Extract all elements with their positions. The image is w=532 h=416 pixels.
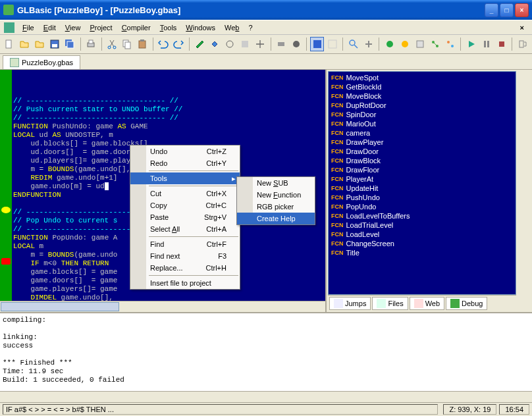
tool2-icon[interactable]: [208, 37, 222, 51]
ctx-tools[interactable]: Tools▸: [130, 172, 240, 184]
function-list[interactable]: FCNMoveSpotFCNGetBlockIdFCNMoveBlockFCND…: [328, 71, 516, 295]
cut-icon[interactable]: [105, 37, 119, 51]
function-item[interactable]: FCNDrawDoor: [330, 147, 514, 156]
tool7-icon[interactable]: [290, 37, 304, 51]
function-item[interactable]: FCNPopUndo: [330, 202, 514, 211]
function-item[interactable]: FCNDrawPlayer: [330, 138, 514, 147]
tab-label: PuzzleBoy.gbas: [22, 59, 73, 66]
tool1-icon[interactable]: [193, 37, 207, 51]
function-item[interactable]: FCNDrawBlock: [330, 156, 514, 165]
ctx-redo[interactable]: RedoCtrl+Y: [130, 157, 240, 169]
open2-icon[interactable]: [33, 37, 47, 51]
ctx-cut[interactable]: CutCtrl+X: [130, 188, 240, 199]
ctx-undo[interactable]: UndoCtrl+Z: [130, 145, 240, 157]
function-item[interactable]: FCNcamera: [330, 128, 514, 138]
pref-icon[interactable]: [413, 37, 427, 51]
function-item[interactable]: FCNLoadLevelToBuffers: [330, 211, 514, 221]
new-icon[interactable]: [3, 37, 16, 51]
function-item[interactable]: FCNChangeScreen: [330, 239, 514, 248]
function-item[interactable]: FCNTitle: [330, 248, 514, 257]
svg-point-27: [447, 41, 450, 43]
function-item[interactable]: FCNPushUndo: [330, 193, 514, 202]
output-panel[interactable]: compiling: linking: success *** Finished…: [0, 312, 532, 391]
bookmark-icon[interactable]: [1, 207, 11, 213]
sub-newsub[interactable]: New SUB: [237, 177, 315, 189]
ctx-findnext[interactable]: Find nextF3: [130, 250, 240, 262]
tab-debug[interactable]: Debug: [446, 297, 487, 310]
adv-icon[interactable]: [443, 37, 457, 51]
sub-newfunction[interactable]: New Function: [237, 189, 315, 201]
function-item[interactable]: FCNLoadTrialLevel: [330, 221, 514, 230]
svg-line-26: [434, 43, 437, 45]
step-icon[interactable]: [516, 37, 529, 51]
function-item[interactable]: FCNMarioOut: [330, 119, 514, 128]
ctx-copy[interactable]: CopyCtrl+C: [130, 199, 240, 211]
tab-jumps[interactable]: Jumps: [329, 297, 371, 310]
menu-help[interactable]: ?: [244, 22, 256, 33]
output-scrollbar[interactable]: [0, 391, 532, 402]
sub-rgbpicker[interactable]: RGB picker: [237, 201, 315, 213]
function-item[interactable]: FCNSpinDoor: [330, 110, 514, 119]
function-item[interactable]: FCNLoadLevel: [330, 230, 514, 239]
svg-rect-23: [417, 41, 423, 47]
menu-view[interactable]: View: [61, 22, 85, 33]
paste-icon[interactable]: [136, 37, 149, 51]
tab-web[interactable]: Web: [410, 297, 444, 310]
color2-icon[interactable]: [398, 37, 412, 51]
ctx-insertfile[interactable]: Insert file to project: [130, 277, 240, 289]
save-icon[interactable]: [48, 37, 62, 51]
tool5-icon[interactable]: [253, 37, 267, 51]
menu-windows[interactable]: Windows: [182, 22, 219, 33]
stop-icon[interactable]: [494, 37, 508, 51]
copy-icon[interactable]: [120, 37, 134, 51]
tool6-icon[interactable]: [275, 37, 288, 51]
ctx-replace[interactable]: Replace...Ctrl+H: [130, 262, 240, 274]
link-icon[interactable]: [428, 37, 442, 51]
sub-createhelp[interactable]: Create Help: [237, 213, 315, 224]
svg-point-16: [293, 41, 300, 47]
menu-file[interactable]: File: [18, 22, 38, 33]
function-item[interactable]: FCNMoveSpot: [330, 73, 514, 82]
horizontal-scrollbar[interactable]: [0, 301, 325, 312]
breakpoint-icon[interactable]: [1, 258, 11, 265]
maximize-button[interactable]: □: [500, 3, 514, 17]
menu-project[interactable]: Project: [86, 22, 116, 33]
zoom-icon[interactable]: [346, 37, 360, 51]
color1-icon[interactable]: [383, 37, 396, 51]
menu-tools[interactable]: Tools: [156, 22, 181, 33]
ctx-paste[interactable]: PasteStrg+V: [130, 211, 240, 223]
status-hint: IF a#$ < > > = < = > b#$ THEN ...: [3, 404, 438, 415]
mdi-close-button[interactable]: ×: [516, 22, 528, 33]
toggle1-icon[interactable]: [310, 37, 324, 51]
ctx-selectall[interactable]: Select AllCtrl+A: [130, 223, 240, 235]
tool3-icon[interactable]: [223, 37, 237, 51]
run-icon[interactable]: [464, 37, 478, 51]
gutter[interactable]: [0, 70, 12, 301]
close-button[interactable]: ×: [515, 3, 529, 17]
open-icon[interactable]: [18, 37, 32, 51]
redo-icon[interactable]: [172, 37, 186, 51]
tool4-icon[interactable]: [238, 37, 252, 51]
menu-web[interactable]: Web: [221, 22, 243, 33]
minimize-button[interactable]: _: [485, 3, 498, 17]
tab-bar: PuzzleBoy.gbas: [0, 54, 532, 70]
menu-edit[interactable]: Edit: [40, 22, 60, 33]
file-tab[interactable]: PuzzleBoy.gbas: [3, 55, 80, 69]
function-item[interactable]: FCNDrawFloor: [330, 165, 514, 174]
svg-rect-17: [313, 40, 321, 48]
function-item[interactable]: FCNPlayerAt: [330, 174, 514, 184]
ctx-find[interactable]: FindCtrl+F: [130, 238, 240, 250]
tab-files[interactable]: Files: [372, 297, 408, 310]
pause-icon[interactable]: [479, 37, 493, 51]
function-item[interactable]: FCNMoveBlock: [330, 91, 514, 101]
menu-compiler[interactable]: Compiler: [118, 22, 155, 33]
toggle2-icon[interactable]: [325, 37, 339, 51]
function-item[interactable]: FCNUpdateHit: [330, 184, 514, 193]
function-item[interactable]: FCNDupRotDoor: [330, 101, 514, 110]
saveall-icon[interactable]: [63, 37, 77, 51]
nav-icon[interactable]: [361, 37, 375, 51]
print-icon[interactable]: [84, 37, 98, 51]
undo-icon[interactable]: [157, 37, 171, 51]
function-item[interactable]: FCNGetBlockId: [330, 82, 514, 91]
svg-point-7: [108, 46, 111, 49]
